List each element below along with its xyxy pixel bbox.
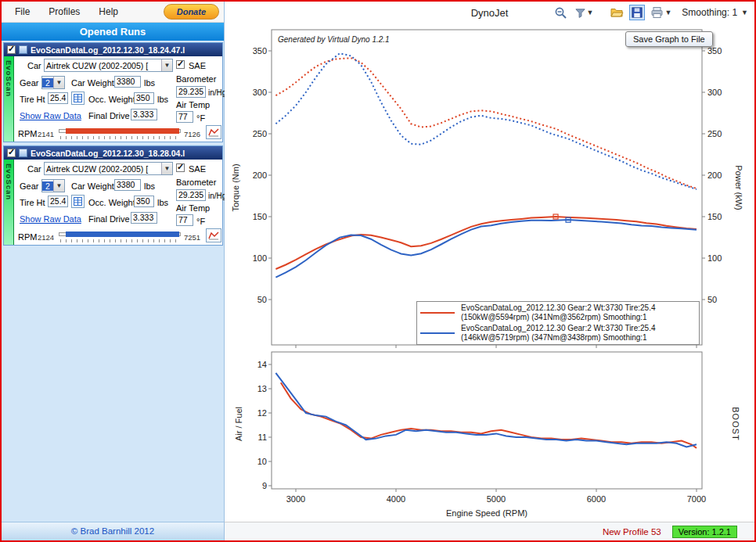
gear-select[interactable]: 2▼ — [41, 76, 65, 89]
version-badge[interactable]: Version: 1.2.1 — [672, 526, 737, 538]
slider-range-fill[interactable] — [66, 128, 179, 134]
car-weight-label: Car Weight — [71, 181, 114, 191]
svg-text:10: 10 — [257, 457, 267, 466]
smoothing-dropdown[interactable]: Smoothing: 1 ▼ — [682, 7, 748, 18]
tire-height-input[interactable]: 25.4 — [48, 92, 68, 104]
print-button[interactable]: ▼ — [649, 5, 673, 20]
barometer-input[interactable]: 29.235 — [176, 189, 206, 201]
air-temp-unit: °F — [196, 217, 205, 226]
legend-line-sample — [420, 332, 455, 334]
final-drive-label: Final Drive — [88, 214, 130, 224]
run-enabled-checkbox[interactable] — [7, 149, 16, 157]
open-graph-button[interactable] — [609, 5, 625, 20]
copyright-link[interactable]: © Brad Barnhill 2012 — [2, 522, 224, 540]
gear-select[interactable]: 2▼ — [41, 179, 65, 192]
run-header[interactable]: EvoScanDataLog_2012.12.30_18.24.47.l — [4, 43, 222, 56]
evoscan-strip: EvoScan — [4, 160, 14, 245]
rpm-range-slider[interactable] — [59, 127, 181, 139]
rpm-label: RPM — [18, 129, 37, 138]
tire-height-input[interactable]: 25.4 — [48, 196, 68, 207]
save-graph-button[interactable] — [629, 5, 645, 20]
tire-height-label: Tire Ht — [20, 95, 45, 104]
filter-icon — [574, 7, 586, 19]
run-fields: Car Airtrek CU2W (2002-2005) [▼ SAE Gear… — [15, 56, 222, 142]
chart-canvas[interactable]: Generated by Virtual Dyno 1.2.1505010010… — [225, 23, 754, 522]
svg-text:Air / Fuel: Air / Fuel — [234, 407, 243, 441]
run-enabled-checkbox[interactable] — [7, 45, 16, 54]
svg-text:300: 300 — [707, 88, 722, 97]
show-raw-data-link[interactable]: Show Raw Data — [20, 111, 81, 120]
run-title: EvoScanDataLog_2012.12.30_18.24.47.l — [31, 45, 219, 55]
tire-calculator-button[interactable] — [71, 92, 85, 105]
menu-file[interactable]: File — [6, 3, 38, 20]
svg-text:50: 50 — [257, 295, 267, 304]
run-header[interactable]: EvoScanDataLog_2012.12.30_18.28.04.l — [4, 146, 222, 160]
svg-text:11: 11 — [258, 433, 267, 442]
rpm-label: RPM — [18, 232, 37, 242]
svg-text:350: 350 — [707, 46, 722, 56]
car-select[interactable]: Airtrek CU2W (2002-2005) [▼ — [44, 162, 173, 175]
occ-weight-input[interactable]: 350 — [134, 92, 154, 104]
run-file-icon — [19, 45, 27, 54]
svg-text:100: 100 — [253, 253, 267, 263]
svg-text:350: 350 — [253, 46, 267, 56]
svg-text:300: 300 — [253, 88, 267, 97]
legend-run2-title: EvoScanDataLog_2012.12.30 Gear:2 Wt:3730… — [461, 324, 656, 332]
svg-text:5000: 5000 — [487, 494, 506, 504]
run-body: EvoScan Car Airtrek CU2W (2002-2005) [▼ … — [4, 56, 222, 142]
slider-ticks — [60, 136, 179, 139]
sae-label: SAE — [189, 61, 206, 70]
svg-text:12: 12 — [257, 408, 267, 418]
car-label: Car — [27, 61, 41, 70]
barometer-input[interactable]: 29.235 — [176, 86, 206, 98]
chart-legend: EvoScanDataLog_2012.12.30 Gear:2 Wt:3730… — [416, 301, 700, 345]
run-body: EvoScan Car Airtrek CU2W (2002-2005) [▼ … — [4, 160, 222, 245]
car-weight-unit: lbs — [144, 78, 155, 88]
air-temp-input[interactable]: 77 — [176, 111, 193, 123]
svg-text:Generated by Virtual Dyno 1.2.: Generated by Virtual Dyno 1.2.1 — [278, 35, 390, 44]
svg-text:13: 13 — [257, 384, 267, 393]
mini-graph-icon — [208, 127, 219, 137]
occ-weight-unit: lbs — [157, 198, 168, 207]
zoom-out-icon — [554, 6, 567, 20]
run-graph-button[interactable] — [206, 125, 221, 139]
car-weight-input[interactable]: 3380 — [114, 179, 141, 191]
zoom-out-button[interactable] — [553, 5, 569, 21]
legend-run1-peaks: (150kW@5594rpm) (341Nm@3562rpm) Smoothin… — [461, 313, 647, 321]
legend-run2-peaks: (146kW@5719rpm) (347Nm@3438rpm) Smoothin… — [461, 333, 647, 342]
chevron-down-icon: ▼ — [741, 9, 748, 16]
occ-weight-input[interactable]: 350 — [134, 196, 154, 207]
tire-calculator-button[interactable] — [71, 195, 85, 208]
svg-text:250: 250 — [253, 129, 267, 138]
show-raw-data-link[interactable]: Show Raw Data — [20, 214, 81, 224]
chevron-down-icon: ▼ — [664, 9, 671, 16]
car-weight-input[interactable]: 3380 — [114, 76, 141, 88]
barometer-unit: in/Hg — [208, 192, 226, 200]
barometer-unit: in/Hg — [208, 88, 226, 97]
donate-button[interactable]: Donate — [164, 4, 219, 20]
slider-range-fill[interactable] — [66, 232, 179, 237]
sae-checkbox[interactable] — [176, 60, 185, 69]
filter-button[interactable]: ▼ — [573, 5, 596, 20]
run-graph-button[interactable] — [206, 228, 221, 242]
rpm-min-value: 2124 — [38, 233, 54, 242]
slider-ticks — [60, 239, 179, 242]
profile-name[interactable]: New Profile 53 — [603, 527, 661, 537]
menu-profiles[interactable]: Profiles — [40, 3, 88, 20]
run-file-icon — [19, 149, 27, 157]
grid-icon — [74, 94, 82, 102]
sidebar: File Profiles Help Donate Opened Runs Ev… — [2, 2, 225, 540]
legend-entry-run2: EvoScanDataLog_2012.12.30 Gear:2 Wt:3730… — [420, 324, 696, 343]
legend-run1-title: EvoScanDataLog_2012.12.30 Gear:2 Wt:3730… — [461, 303, 656, 312]
print-icon — [650, 6, 664, 19]
final-drive-input[interactable]: 3.333 — [131, 212, 157, 224]
svg-text:3000: 3000 — [286, 494, 305, 504]
svg-text:150: 150 — [707, 212, 722, 221]
menu-help[interactable]: Help — [90, 3, 127, 20]
final-drive-input[interactable]: 3.333 — [131, 109, 157, 120]
car-select[interactable]: Airtrek CU2W (2002-2005) [▼ — [44, 59, 173, 72]
air-temp-input[interactable]: 77 — [176, 214, 193, 226]
sae-checkbox[interactable] — [176, 163, 185, 172]
rpm-min-value: 2141 — [38, 130, 54, 138]
rpm-range-slider[interactable] — [59, 230, 181, 242]
